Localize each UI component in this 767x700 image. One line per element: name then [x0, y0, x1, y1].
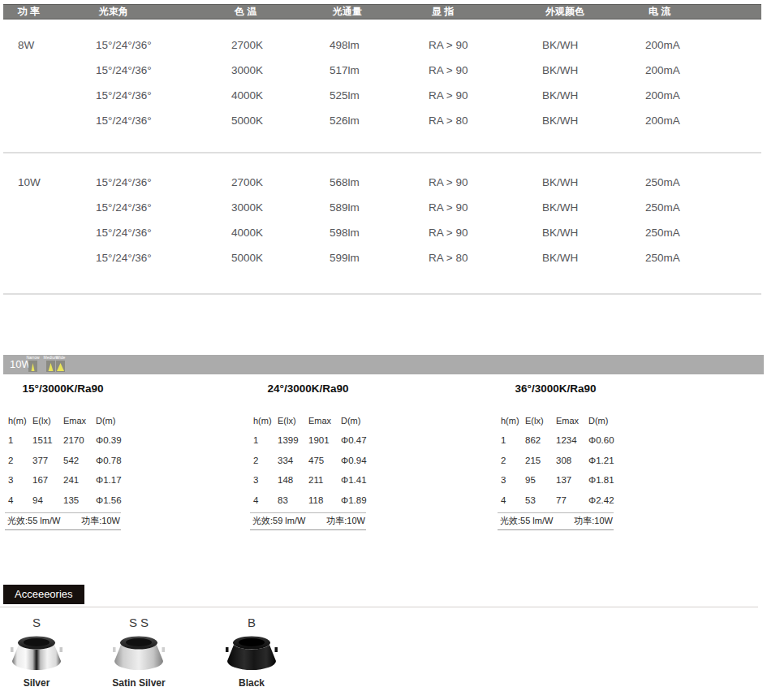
accessory-code: S: [0, 616, 85, 632]
emax-cell: 1901: [308, 435, 341, 445]
beam-angle-cell: 15°/24°/36°: [96, 89, 231, 102]
separator-line: [3, 293, 761, 295]
silver-ring-image: [0, 635, 85, 672]
cri-cell: RA > 90: [429, 227, 542, 239]
diameter-cell: Φ0.39: [96, 435, 122, 445]
current-cell: 250mA: [645, 176, 761, 188]
beam-angle-cell: 15°/24°/36°: [96, 252, 231, 264]
flux-cell: 525lm: [330, 89, 429, 102]
illuminance-cell: 83: [278, 495, 308, 505]
spec-row: 15°/24°/36° 5000K 526lm RA > 80 BK/WH 20…: [96, 108, 761, 133]
diameter-cell: Φ1.17: [96, 475, 122, 485]
emax-cell: 2170: [63, 435, 96, 445]
cct-cell: 4000K: [231, 89, 330, 102]
column-header: D(m): [588, 416, 614, 426]
emax-cell: 542: [63, 456, 96, 465]
spec-row: 15°/24°/36° 5000K 599lm RA > 80 BK/WH 25…: [96, 245, 761, 270]
photometric-column-headers: h(m)E(lx)EmaxD(m): [5, 411, 121, 430]
emax-cell: 135: [63, 495, 96, 505]
cct-cell: 3000K: [231, 64, 330, 76]
photometric-footer: 光效:59 lm/W 功率:10W: [250, 512, 366, 530]
photometric-title: 24°/3000K/Ra90: [250, 382, 366, 395]
column-header: E(lx): [32, 416, 63, 426]
cri-cell: RA > 90: [429, 176, 542, 188]
emax-cell: 77: [556, 495, 588, 505]
beam-label-narrow: Narrow: [26, 356, 39, 360]
height-cell: 1: [253, 435, 278, 445]
photometric-footer: 光效:55 lm/W 功率:10W: [5, 512, 121, 530]
photometric-title: 36°/3000K/Ra90: [498, 382, 614, 395]
diameter-cell: Φ0.47: [341, 435, 367, 445]
beam-angle-cell: 15°/24°/36°: [96, 227, 231, 239]
illuminance-cell: 94: [32, 495, 63, 505]
column-header: Emax: [308, 416, 341, 426]
diameter-cell: Φ0.60: [588, 435, 614, 445]
illuminance-cell: 377: [32, 456, 63, 465]
spec-table-header-bar: 功 率光束角色 温光通量显 指外观颜色电 流: [3, 4, 761, 19]
diameter-cell: Φ1.56: [96, 495, 122, 505]
spec-group-10w: 10W 15°/24°/36° 2700K 568lm RA > 90 BK/W…: [3, 170, 761, 270]
current-cell: 250mA: [645, 201, 761, 214]
column-header: 功 率: [18, 5, 99, 19]
satin-silver-ring-image: [90, 635, 187, 672]
photometric-section-band: 10W Narrow Medium Wide: [3, 355, 764, 374]
cri-cell: RA > 90: [429, 201, 542, 214]
spec-row: 15°/24°/36° 4000K 525lm RA > 90 BK/WH 20…: [96, 83, 761, 108]
housing-color-cell: BK/WH: [542, 39, 645, 51]
illuminance-cell: 53: [525, 495, 556, 505]
cct-cell: 3000K: [231, 201, 330, 214]
height-cell: 3: [253, 475, 278, 485]
photometric-row: 3 148 211 Φ1.41: [250, 470, 366, 490]
cri-cell: RA > 90: [429, 39, 542, 51]
wide-beam-icon: [56, 361, 65, 372]
flux-cell: 498lm: [330, 39, 429, 51]
emax-cell: 118: [308, 495, 341, 505]
illuminance-cell: 862: [525, 435, 556, 445]
column-header: 色 温: [235, 5, 333, 19]
illuminance-cell: 1399: [278, 435, 308, 445]
accessory-code: B: [203, 616, 300, 632]
power-label: 功率:10W: [81, 515, 120, 527]
photometric-row: 4 94 135 Φ1.56: [5, 490, 121, 511]
height-cell: 4: [501, 495, 525, 505]
housing-color-cell: BK/WH: [542, 201, 645, 214]
flux-cell: 599lm: [330, 252, 429, 264]
spec-rows: 15°/24°/36° 2700K 568lm RA > 90 BK/WH 25…: [3, 170, 761, 270]
cri-cell: RA > 90: [429, 89, 542, 102]
column-header: h(m): [8, 416, 32, 426]
spec-sheet-page: 功 率光束角色 温光通量显 指外观颜色电 流 8W 15°/24°/36° 27…: [0, 0, 767, 700]
photometric-table-24deg: 24°/3000K/Ra90 h(m)E(lx)EmaxD(m) 1 1399 …: [250, 375, 366, 530]
photometric-row: 2 215 308 Φ1.21: [498, 451, 614, 471]
accessory-name: Satin Silver: [90, 677, 187, 689]
accessory-code: S S: [90, 616, 187, 632]
spec-row: 15°/24°/36° 2700K 568lm RA > 90 BK/WH 25…: [96, 170, 761, 195]
photometric-row: 3 95 137 Φ1.81: [498, 470, 614, 490]
efficacy-label: 光效:55 lm/W: [7, 515, 60, 527]
column-header: 光通量: [333, 5, 432, 19]
spec-group-8w: 8W 15°/24°/36° 2700K 498lm RA > 90 BK/WH…: [3, 32, 761, 133]
accessory-item-silver: S: [0, 616, 85, 689]
height-cell: 4: [253, 495, 278, 505]
current-cell: 200mA: [645, 64, 761, 76]
column-header: 光束角: [99, 5, 235, 19]
height-cell: 2: [501, 456, 525, 465]
efficacy-label: 光效:55 lm/W: [500, 515, 553, 527]
housing-color-cell: BK/WH: [542, 176, 645, 188]
cri-cell: RA > 80: [429, 252, 542, 264]
accessory-name: Silver: [0, 677, 85, 689]
housing-color-cell: BK/WH: [542, 227, 645, 239]
emax-cell: 241: [63, 475, 96, 485]
diameter-cell: Φ1.21: [588, 456, 614, 465]
power-label: 10W: [18, 170, 41, 195]
photometric-column-headers: h(m)E(lx)EmaxD(m): [498, 411, 614, 430]
illuminance-cell: 334: [278, 456, 308, 465]
illuminance-cell: 167: [32, 475, 63, 485]
column-header: 电 流: [649, 5, 761, 19]
height-cell: 3: [501, 475, 525, 485]
accessory-name: Black: [203, 677, 300, 689]
height-cell: 2: [253, 456, 278, 465]
current-cell: 200mA: [645, 39, 761, 51]
housing-color-cell: BK/WH: [542, 115, 645, 127]
diameter-cell: Φ0.94: [341, 456, 367, 465]
column-header: 外观颜色: [545, 5, 649, 19]
